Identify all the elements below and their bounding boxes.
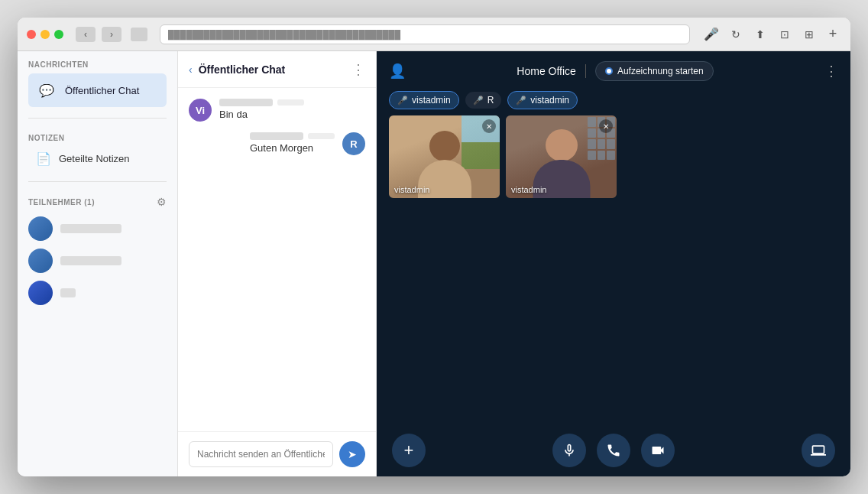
message-text-2: Guten Morgen [250, 142, 335, 154]
traffic-lights [27, 30, 63, 39]
message-content-2: Guten Morgen [250, 132, 335, 154]
send-button[interactable]: ➤ [339, 441, 365, 467]
back-button[interactable]: ‹ [76, 27, 96, 42]
end-call-button[interactable] [597, 434, 630, 467]
message-time-1 [277, 99, 304, 106]
participants-label: TEILNEHMER (1) [28, 198, 95, 206]
mute-button[interactable] [552, 434, 586, 467]
divider-1 [28, 118, 167, 119]
close-button[interactable] [27, 30, 36, 39]
participant-avatar-2 [28, 249, 53, 273]
participant-item [18, 277, 177, 309]
message-text-1: Bin da [219, 109, 304, 120]
title-bar: ‹ › ████████████████████████████████████… [18, 18, 850, 51]
mic-icon-2: 🎤 [473, 96, 484, 106]
chat-more-button[interactable]: ⋮ [351, 61, 365, 78]
message-avatar-1: Vi [189, 99, 212, 122]
sender-name-2 [250, 132, 303, 140]
participant-avatar-1 [28, 216, 53, 241]
share-icon[interactable]: ⬆ [751, 25, 769, 44]
bottom-center [552, 434, 675, 467]
chat-label: Öffentlicher Chat [65, 85, 139, 96]
video-grid: vistadmin ✕ vistadmin ✕ [377, 115, 850, 424]
participant-tag-2: 🎤 R [465, 92, 502, 109]
reader-icon[interactable]: ⊡ [776, 25, 794, 44]
toolbar-icons: 🎤 ↻ ⬆ ⊡ ⊞ + [702, 25, 841, 44]
url-text: ███████████████████████████████████████ [168, 30, 400, 39]
message-time-2 [308, 133, 335, 139]
message-content-1: Bin da [219, 99, 304, 120]
notes-section: NOTIZEN 📄 Geteilte Notizen [18, 125, 177, 175]
screen-share-icon [811, 443, 826, 458]
chat-input-area: ➤ [178, 431, 376, 476]
tag-name-1: vistadmin [412, 95, 451, 106]
chat-input[interactable] [189, 441, 333, 467]
video-tile-2: vistadmin ✕ [506, 115, 617, 198]
sender-name-1 [219, 99, 273, 106]
mic-icon-1: 🎤 [397, 96, 408, 106]
participant-item [18, 245, 177, 277]
record-text: Aufzeichnung starten [617, 66, 704, 76]
video-tile-1: vistadmin ✕ [389, 115, 500, 198]
notes-icon: 📄 [36, 151, 51, 166]
video-label-1: vistadmin [394, 185, 429, 194]
video-label-2: vistadmin [511, 185, 546, 194]
video-top-center: Home Office Aufzeichnung starten [517, 61, 713, 81]
chat-item[interactable]: 💬 Öffentlicher Chat [28, 73, 167, 107]
divider-2 [28, 181, 167, 182]
message-item: R Guten Morgen [189, 132, 365, 155]
title-divider [585, 64, 586, 78]
record-button[interactable]: Aufzeichnung starten [595, 61, 714, 81]
chat-messages: Vi Bin da R [178, 88, 376, 431]
messages-label: NACHRICHTEN [28, 60, 167, 69]
tag-name-2: R [487, 95, 494, 106]
forward-button[interactable]: › [102, 27, 121, 42]
messages-section: NACHRICHTEN 💬 Öffentlicher Chat [18, 51, 177, 112]
maximize-button[interactable] [54, 30, 63, 39]
sender-bar [219, 99, 304, 106]
meeting-title: Home Office [517, 65, 576, 77]
message-avatar-2: R [342, 132, 365, 155]
video-more-button[interactable]: ⋮ [824, 63, 838, 80]
participants-bar: 🎤 vistadmin 🎤 R 🎤 vistadmin [377, 91, 850, 115]
phone-icon [606, 443, 621, 458]
mac-window: ‹ › ████████████████████████████████████… [18, 18, 850, 476]
settings-icon[interactable]: ⚙ [157, 196, 167, 208]
participant-name-2 [60, 256, 121, 265]
microphone-icon [562, 443, 577, 458]
video-bottom-bar: + [377, 424, 850, 476]
microphone-icon[interactable]: 🎤 [702, 25, 721, 44]
chat-icon: 💬 [36, 80, 57, 101]
add-tab-button[interactable]: + [824, 26, 841, 43]
screen-share-button[interactable] [802, 434, 835, 467]
video-top-left: 👤 [389, 63, 406, 80]
chat-panel: ‹ Öffentlicher Chat ⋮ Vi Bin da [178, 51, 377, 476]
video-close-button-2[interactable]: ✕ [599, 119, 613, 133]
refresh-icon[interactable]: ↻ [727, 25, 745, 44]
notes-label: NOTIZEN [28, 134, 167, 142]
chat-back-button[interactable]: ‹ [189, 63, 193, 76]
new-tab-icon[interactable]: ⊞ [800, 25, 818, 44]
participant-avatar-3 [28, 281, 53, 305]
record-dot [605, 67, 613, 75]
chat-header-title: Öffentlicher Chat [199, 63, 286, 76]
tab-icon [131, 28, 147, 41]
participant-tag-1: 🎤 vistadmin [389, 91, 459, 109]
chat-header-left: ‹ Öffentlicher Chat [189, 63, 285, 76]
address-bar[interactable]: ███████████████████████████████████████ [160, 24, 690, 44]
participant-name-1 [60, 224, 121, 233]
video-top-bar: 👤 Home Office Aufzeichnung starten ⋮ [377, 51, 850, 91]
video-close-button-1[interactable]: ✕ [482, 119, 496, 133]
sidebar: NACHRICHTEN 💬 Öffentlicher Chat NOTIZEN … [18, 51, 178, 476]
bottom-right [802, 434, 835, 467]
message-item: Vi Bin da [189, 99, 365, 122]
add-button[interactable]: + [392, 434, 426, 467]
minimize-button[interactable] [40, 30, 50, 39]
camera-button[interactable] [641, 434, 675, 467]
person-icon: 👤 [389, 63, 406, 80]
tag-name-3: vistadmin [530, 95, 569, 106]
mic-icon-3: 🎤 [516, 96, 526, 106]
camera-icon [650, 443, 666, 458]
main-content: NACHRICHTEN 💬 Öffentlicher Chat NOTIZEN … [18, 51, 850, 476]
notes-item[interactable]: 📄 Geteilte Notizen [28, 147, 167, 171]
